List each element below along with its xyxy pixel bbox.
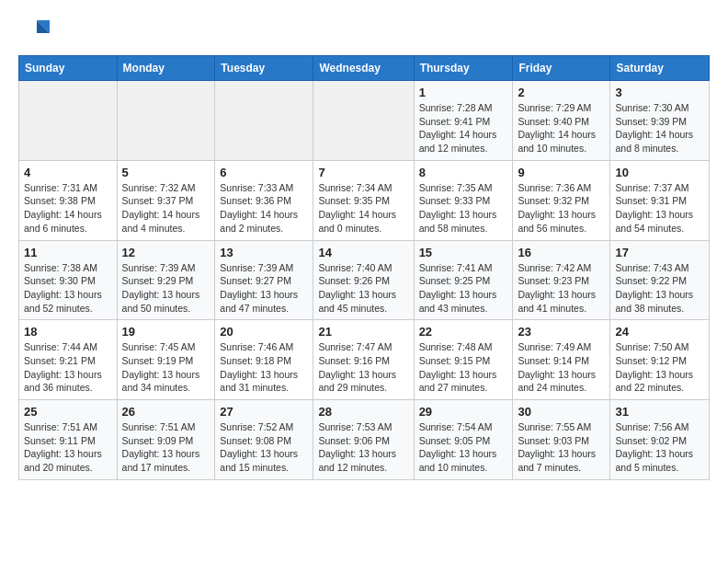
day-number: 23 [518, 325, 605, 339]
calendar-day-cell: 25Sunrise: 7:51 AM Sunset: 9:11 PM Dayli… [19, 400, 118, 480]
day-number: 28 [318, 405, 408, 419]
day-number: 7 [318, 166, 408, 179]
calendar-week-row: 18Sunrise: 7:44 AM Sunset: 9:21 PM Dayli… [19, 320, 710, 400]
day-number: 8 [419, 166, 508, 179]
day-number: 11 [24, 246, 112, 259]
calendar-day-cell: 16Sunrise: 7:42 AM Sunset: 9:23 PM Dayli… [513, 240, 610, 320]
day-info: Sunrise: 7:52 AM Sunset: 9:08 PM Dayligh… [220, 420, 308, 475]
day-info: Sunrise: 7:46 AM Sunset: 9:18 PM Dayligh… [220, 340, 308, 395]
day-number: 2 [518, 86, 605, 99]
weekday-header-cell: Wednesday [313, 56, 414, 81]
calendar-day-cell: 29Sunrise: 7:54 AM Sunset: 9:05 PM Dayli… [414, 400, 513, 480]
calendar-day-cell: 20Sunrise: 7:46 AM Sunset: 9:18 PM Dayli… [215, 320, 313, 400]
day-info: Sunrise: 7:48 AM Sunset: 9:15 PM Dayligh… [419, 340, 508, 395]
day-info: Sunrise: 7:45 AM Sunset: 9:19 PM Dayligh… [122, 340, 210, 395]
day-info: Sunrise: 7:42 AM Sunset: 9:23 PM Dayligh… [518, 261, 605, 316]
logo-icon [18, 15, 51, 48]
day-number: 12 [122, 246, 210, 259]
weekday-header-row: SundayMondayTuesdayWednesdayThursdayFrid… [19, 56, 710, 81]
day-number: 17 [615, 246, 704, 259]
day-number: 19 [122, 325, 210, 339]
calendar-day-cell: 12Sunrise: 7:39 AM Sunset: 9:29 PM Dayli… [117, 240, 215, 320]
day-info: Sunrise: 7:49 AM Sunset: 9:14 PM Dayligh… [518, 340, 605, 395]
calendar-day-cell: 11Sunrise: 7:38 AM Sunset: 9:30 PM Dayli… [19, 240, 118, 320]
calendar-day-cell [313, 81, 414, 161]
day-info: Sunrise: 7:33 AM Sunset: 9:36 PM Dayligh… [220, 181, 308, 236]
day-info: Sunrise: 7:41 AM Sunset: 9:25 PM Dayligh… [419, 261, 508, 316]
calendar-day-cell: 18Sunrise: 7:44 AM Sunset: 9:21 PM Dayli… [19, 320, 118, 400]
calendar-day-cell: 8Sunrise: 7:35 AM Sunset: 9:33 PM Daylig… [414, 160, 513, 240]
day-number: 27 [220, 405, 308, 419]
calendar-week-row: 25Sunrise: 7:51 AM Sunset: 9:11 PM Dayli… [19, 400, 710, 480]
day-number: 5 [122, 166, 210, 179]
calendar-day-cell: 27Sunrise: 7:52 AM Sunset: 9:08 PM Dayli… [215, 400, 313, 480]
day-number: 16 [518, 246, 605, 259]
day-number: 10 [615, 166, 704, 179]
day-info: Sunrise: 7:51 AM Sunset: 9:11 PM Dayligh… [24, 420, 112, 475]
calendar-day-cell: 15Sunrise: 7:41 AM Sunset: 9:25 PM Dayli… [414, 240, 513, 320]
calendar-day-cell: 2Sunrise: 7:29 AM Sunset: 9:40 PM Daylig… [513, 81, 610, 161]
day-info: Sunrise: 7:35 AM Sunset: 9:33 PM Dayligh… [419, 181, 508, 236]
day-number: 22 [419, 325, 508, 339]
day-info: Sunrise: 7:34 AM Sunset: 9:35 PM Dayligh… [318, 181, 408, 236]
weekday-header-cell: Thursday [414, 56, 513, 81]
calendar-week-row: 1Sunrise: 7:28 AM Sunset: 9:41 PM Daylig… [19, 81, 710, 161]
day-info: Sunrise: 7:47 AM Sunset: 9:16 PM Dayligh… [318, 340, 408, 395]
weekday-header-cell: Friday [513, 56, 610, 81]
calendar-day-cell: 31Sunrise: 7:56 AM Sunset: 9:02 PM Dayli… [610, 400, 710, 480]
calendar-day-cell: 9Sunrise: 7:36 AM Sunset: 9:32 PM Daylig… [513, 160, 610, 240]
day-info: Sunrise: 7:51 AM Sunset: 9:09 PM Dayligh… [122, 420, 210, 475]
day-number: 20 [220, 325, 308, 339]
calendar-day-cell: 13Sunrise: 7:39 AM Sunset: 9:27 PM Dayli… [215, 240, 313, 320]
weekday-header-cell: Tuesday [215, 56, 313, 81]
calendar-day-cell: 24Sunrise: 7:50 AM Sunset: 9:12 PM Dayli… [610, 320, 710, 400]
day-info: Sunrise: 7:30 AM Sunset: 9:39 PM Dayligh… [615, 101, 704, 155]
day-number: 4 [24, 166, 112, 179]
calendar-day-cell: 22Sunrise: 7:48 AM Sunset: 9:15 PM Dayli… [414, 320, 513, 400]
calendar-day-cell: 21Sunrise: 7:47 AM Sunset: 9:16 PM Dayli… [313, 320, 414, 400]
calendar-day-cell: 10Sunrise: 7:37 AM Sunset: 9:31 PM Dayli… [610, 160, 710, 240]
calendar-week-row: 11Sunrise: 7:38 AM Sunset: 9:30 PM Dayli… [19, 240, 710, 320]
day-number: 30 [518, 405, 605, 419]
calendar-body: 1Sunrise: 7:28 AM Sunset: 9:41 PM Daylig… [19, 81, 710, 480]
day-info: Sunrise: 7:44 AM Sunset: 9:21 PM Dayligh… [24, 340, 112, 395]
day-info: Sunrise: 7:50 AM Sunset: 9:12 PM Dayligh… [615, 340, 704, 395]
calendar-week-row: 4Sunrise: 7:31 AM Sunset: 9:38 PM Daylig… [19, 160, 710, 240]
day-number: 6 [220, 166, 308, 179]
page-header [18, 15, 710, 48]
day-info: Sunrise: 7:32 AM Sunset: 9:37 PM Dayligh… [122, 181, 210, 236]
day-number: 24 [615, 325, 704, 339]
day-info: Sunrise: 7:55 AM Sunset: 9:03 PM Dayligh… [518, 420, 605, 475]
day-number: 14 [318, 246, 408, 259]
day-info: Sunrise: 7:43 AM Sunset: 9:22 PM Dayligh… [615, 261, 704, 316]
day-info: Sunrise: 7:56 AM Sunset: 9:02 PM Dayligh… [615, 420, 704, 475]
day-number: 9 [518, 166, 605, 179]
calendar-day-cell: 3Sunrise: 7:30 AM Sunset: 9:39 PM Daylig… [610, 81, 710, 161]
calendar-day-cell: 19Sunrise: 7:45 AM Sunset: 9:19 PM Dayli… [117, 320, 215, 400]
calendar-day-cell: 30Sunrise: 7:55 AM Sunset: 9:03 PM Dayli… [513, 400, 610, 480]
calendar-day-cell [19, 81, 118, 161]
day-number: 21 [318, 325, 408, 339]
day-info: Sunrise: 7:29 AM Sunset: 9:40 PM Dayligh… [518, 101, 605, 155]
day-info: Sunrise: 7:38 AM Sunset: 9:30 PM Dayligh… [24, 261, 112, 316]
calendar-day-cell: 5Sunrise: 7:32 AM Sunset: 9:37 PM Daylig… [117, 160, 215, 240]
calendar-day-cell: 14Sunrise: 7:40 AM Sunset: 9:26 PM Dayli… [313, 240, 414, 320]
weekday-header-cell: Monday [117, 56, 215, 81]
calendar-day-cell: 17Sunrise: 7:43 AM Sunset: 9:22 PM Dayli… [610, 240, 710, 320]
day-info: Sunrise: 7:31 AM Sunset: 9:38 PM Dayligh… [24, 181, 112, 236]
day-number: 26 [122, 405, 210, 419]
day-info: Sunrise: 7:39 AM Sunset: 9:29 PM Dayligh… [122, 261, 210, 316]
calendar-day-cell: 26Sunrise: 7:51 AM Sunset: 9:09 PM Dayli… [117, 400, 215, 480]
day-number: 18 [24, 325, 112, 339]
day-info: Sunrise: 7:28 AM Sunset: 9:41 PM Dayligh… [419, 101, 508, 155]
day-number: 31 [615, 405, 704, 419]
calendar-table: SundayMondayTuesdayWednesdayThursdayFrid… [18, 55, 710, 480]
day-info: Sunrise: 7:36 AM Sunset: 9:32 PM Dayligh… [518, 181, 605, 236]
calendar-day-cell: 23Sunrise: 7:49 AM Sunset: 9:14 PM Dayli… [513, 320, 610, 400]
day-info: Sunrise: 7:39 AM Sunset: 9:27 PM Dayligh… [220, 261, 308, 316]
day-info: Sunrise: 7:37 AM Sunset: 9:31 PM Dayligh… [615, 181, 704, 236]
day-number: 29 [419, 405, 508, 419]
day-number: 25 [24, 405, 112, 419]
calendar-day-cell: 28Sunrise: 7:53 AM Sunset: 9:06 PM Dayli… [313, 400, 414, 480]
day-number: 13 [220, 246, 308, 259]
